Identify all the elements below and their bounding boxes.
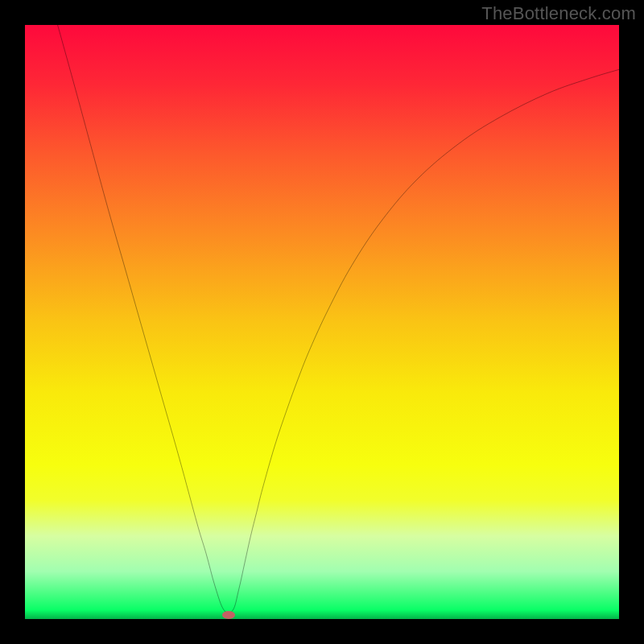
plot-area bbox=[25, 25, 619, 619]
optimal-point-marker bbox=[222, 611, 235, 619]
watermark-text: TheBottleneck.com bbox=[481, 3, 636, 24]
bottleneck-curve bbox=[25, 25, 619, 619]
chart-frame: TheBottleneck.com bbox=[0, 0, 644, 644]
